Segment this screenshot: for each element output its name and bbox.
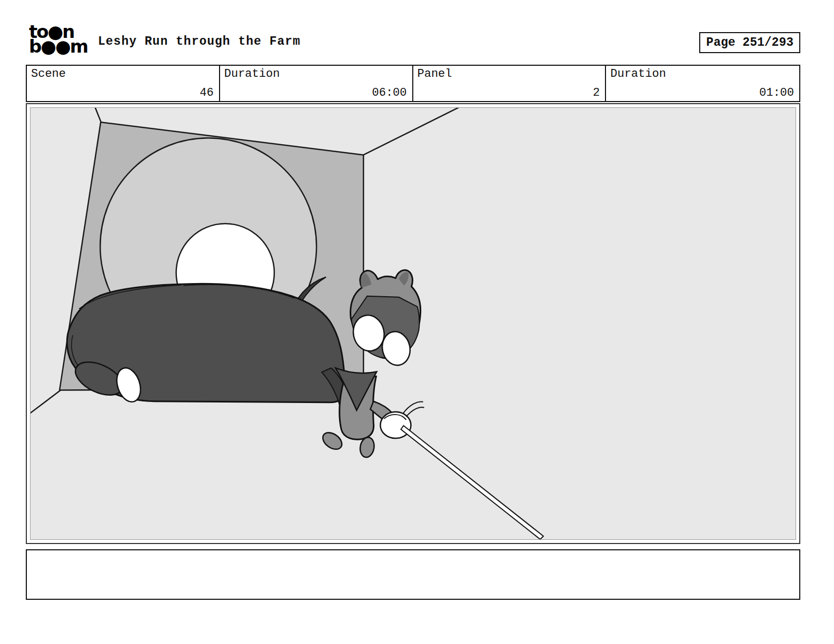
- caption-box: [26, 549, 800, 600]
- panel-duration-value: 01:00: [759, 86, 794, 99]
- scene-duration-label: Duration: [224, 67, 280, 80]
- project-title: Leshy Run through the Farm: [98, 35, 301, 48]
- whisker-line-2: [406, 407, 424, 417]
- scene-duration-value: 06:00: [372, 86, 406, 99]
- toonboom-logo-line2: b●●m: [29, 39, 87, 54]
- lance-shape: [401, 426, 543, 539]
- scene-duration-cell: Duration 06:00: [220, 66, 413, 101]
- panel-value: 2: [593, 86, 600, 99]
- panel-label: Panel: [418, 67, 452, 80]
- floor-corner-line: [31, 390, 61, 421]
- scene-cell: Scene 46: [27, 66, 220, 101]
- storyboard-page: { "header": { "logo": { "line1": "to●n",…: [0, 0, 834, 644]
- scene-label: Scene: [31, 67, 66, 80]
- storyboard-panel-frame: [26, 103, 800, 544]
- cat-left-leg-shape: [320, 429, 345, 452]
- storyboard-drawing: [31, 108, 796, 539]
- toonboom-logo: to●n b●●m: [29, 24, 87, 54]
- ceiling-corner-line-right: [363, 108, 464, 155]
- panel-cell: Panel 2: [413, 66, 607, 101]
- page-number-badge: Page 251/293: [699, 32, 800, 53]
- ceiling-corner-line-left: [95, 108, 101, 123]
- scene-value: 46: [200, 86, 213, 99]
- panel-info-row: Scene 46 Duration 06:00 Panel 2 Duration…: [26, 65, 800, 102]
- panel-duration-label: Duration: [610, 67, 666, 80]
- storyboard-panel: [30, 107, 796, 540]
- panel-duration-cell: Duration 01:00: [606, 66, 799, 101]
